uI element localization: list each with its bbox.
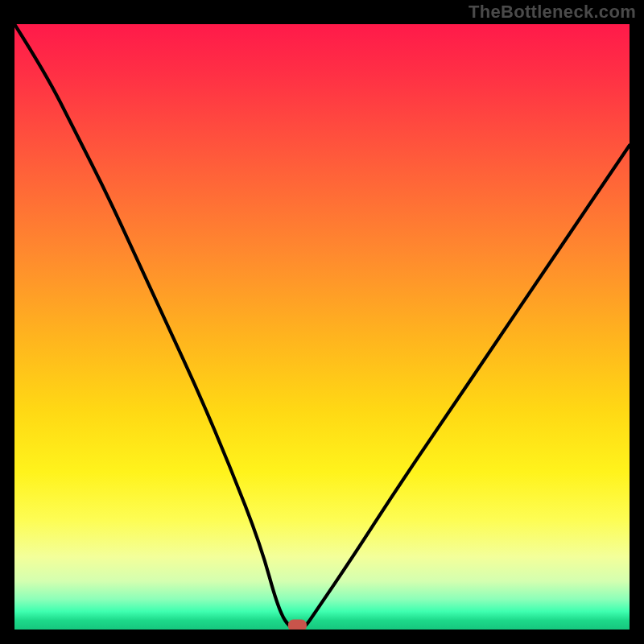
plot-area (14, 24, 630, 630)
curve-overlay (14, 24, 630, 630)
attribution-text: TheBottleneck.com (469, 2, 636, 23)
bottleneck-curve (14, 24, 630, 630)
chart-frame: TheBottleneck.com (0, 0, 644, 644)
bottleneck-marker (288, 620, 306, 630)
